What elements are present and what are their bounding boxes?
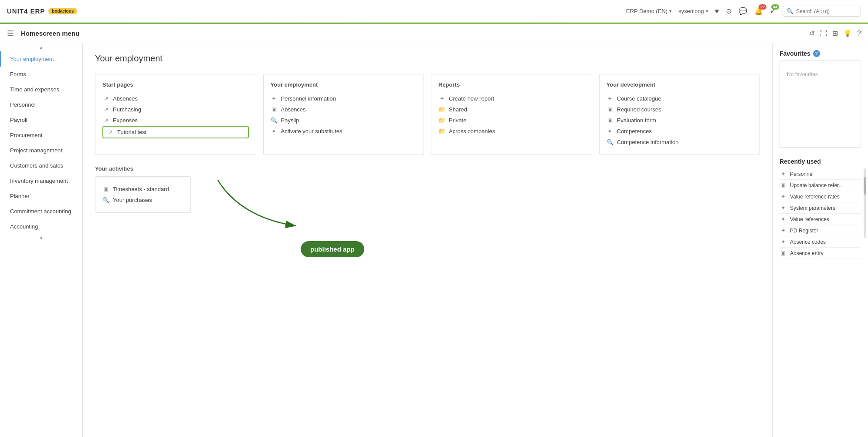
shared-item[interactable]: 📁 Shared (438, 104, 585, 115)
cog-icon-r5: ✦ (780, 216, 787, 222)
sidebar-item-time-and-expenses[interactable]: Time and expenses (0, 82, 82, 97)
right-panel: Favourites ? No favourites Recently used… (772, 43, 868, 437)
sidebar-item-project-management[interactable]: Project management (0, 143, 82, 158)
evaluation-form-label: Evaluation form (617, 117, 656, 124)
create-report-item[interactable]: ✦ Create new report (438, 93, 585, 104)
favourites-help-icon[interactable]: ? (813, 50, 820, 57)
cog-icon-3: ✦ (438, 95, 445, 102)
sidebar: ▲ Your employment Forms Time and expense… (0, 43, 83, 437)
recent-item-update-balance[interactable]: ▣ Update balance refer... (780, 180, 861, 191)
cog-icon-4: ✦ (607, 95, 614, 102)
start-pages-title: Start pages (102, 81, 249, 88)
sidebar-item-payroll[interactable]: Payroll (0, 112, 82, 128)
external-link-icon-4: ↗ (107, 129, 114, 135)
sidebar-item-inventory-management[interactable]: Inventory management (0, 173, 82, 188)
sidebar-item-forms[interactable]: Forms (0, 67, 82, 82)
notification-badge: 22 (759, 4, 766, 10)
required-courses-item[interactable]: ▣ Required courses (607, 104, 753, 115)
task-icon[interactable]: ✓44 (770, 7, 776, 15)
refresh-icon[interactable]: ↺ (809, 29, 815, 37)
hamburger-menu-icon[interactable]: ☰ (7, 29, 14, 38)
create-report-label: Create new report (449, 95, 494, 102)
environment-selector[interactable]: ERP Demo (EN) (626, 8, 671, 14)
header-bar: ☰ Homescreen menu ↺ ⛶ ⊞ 💡 ? (0, 24, 868, 43)
published-app-tooltip: published app (301, 241, 364, 257)
expenses-label: Expenses (113, 117, 138, 124)
activities-section: Your activities ▣ Timesheets - standard … (95, 165, 760, 213)
your-employment-section-title: Your employment (271, 81, 417, 88)
activate-substitutes-item[interactable]: ✦ Activate your substitutes (271, 126, 417, 137)
fullscreen-icon[interactable]: ⛶ (820, 30, 827, 37)
evaluation-form-item[interactable]: ▣ Evaluation form (607, 115, 753, 126)
doc-icon-2: ▣ (607, 106, 614, 113)
sidebar-item-accounting[interactable]: Accounting (0, 219, 82, 234)
doc-icon-r8: ▣ (780, 250, 787, 256)
scrollbar-thumb[interactable] (864, 177, 866, 195)
heart-icon[interactable]: ♥ (715, 7, 719, 15)
across-companies-item[interactable]: 📁 Across companies (438, 126, 585, 137)
sidebar-item-personnel[interactable]: Personnel (0, 97, 82, 112)
recent-update-balance-label: Update balance refer... (790, 182, 843, 188)
your-development-section: Your development ✦ Course catalogue ▣ Re… (599, 74, 760, 155)
absences-emp-label: Absences (281, 106, 306, 113)
start-pages-absences[interactable]: ↗ Absences (102, 93, 249, 104)
start-pages-section: Start pages ↗ Absences ↗ Purchasing ↗ Ex… (95, 74, 256, 155)
your-purchases-item[interactable]: 🔍 Your purchases (102, 195, 183, 205)
cog-icon-5: ✦ (607, 128, 614, 134)
start-pages-purchasing[interactable]: ↗ Purchasing (102, 104, 249, 115)
start-pages-tutorial-test[interactable]: ↗ Tutorial test (102, 126, 249, 138)
recent-personnel-label: Personnel (790, 171, 814, 177)
your-employment-section: Your employment ✦ Personnel information … (263, 74, 424, 155)
scrollbar-track[interactable] (864, 168, 866, 238)
external-link-icon-3: ↗ (102, 117, 109, 124)
cog-icon-r6: ✦ (780, 227, 787, 234)
notification-icon[interactable]: 🔔22 (754, 7, 763, 15)
timesheets-label: Timesheets - standard (113, 186, 169, 192)
chat-icon[interactable]: 💬 (739, 7, 747, 15)
bulb-icon[interactable]: 💡 (843, 29, 852, 37)
across-companies-label: Across companies (449, 128, 495, 134)
recent-item-absence-entry[interactable]: ▣ Absence entry (780, 248, 861, 259)
sidebar-item-planner[interactable]: Planner (0, 188, 82, 204)
course-catalogue-label: Course catalogue (617, 95, 661, 102)
sidebar-item-customers-and-sales[interactable]: Customers and sales (0, 158, 82, 173)
sidebar-item-commitment-accounting[interactable]: Commitment accounting (0, 204, 82, 219)
sidebar-item-procurement[interactable]: Procurement (0, 128, 82, 143)
user-menu[interactable]: sysenlong (678, 8, 708, 14)
purchasing-label: Purchasing (113, 106, 141, 113)
payslip-item[interactable]: 🔍 Payslip (271, 115, 417, 126)
search-box[interactable]: 🔍 (783, 6, 861, 17)
absences-label: Absences (113, 95, 138, 102)
recent-value-references-label: Value references (790, 216, 829, 222)
sidebar-scroll-up[interactable]: ▲ (0, 43, 82, 51)
favourites-title-text: Favourites (780, 50, 810, 57)
recent-item-value-ref-rates[interactable]: ✦ Value reference rates (780, 191, 861, 202)
history-icon[interactable]: ⊙ (726, 7, 732, 15)
search-input[interactable] (796, 8, 857, 14)
personnel-information-item[interactable]: ✦ Personnel information (271, 93, 417, 104)
recent-system-params-label: System parameters (790, 205, 835, 211)
sidebar-scroll-down[interactable]: ▼ (0, 234, 82, 242)
recent-item-personnel[interactable]: ✦ Personnel (780, 168, 861, 180)
absences-item[interactable]: ▣ Absences (271, 104, 417, 115)
competences-item[interactable]: ✦ Competences (607, 126, 753, 137)
competence-info-item[interactable]: 🔍 Competence information (607, 137, 753, 148)
sidebar-item-your-employment[interactable]: Your employment (0, 51, 82, 67)
folder-icon: 📁 (438, 106, 445, 113)
recent-item-system-params[interactable]: ✦ System parameters (780, 202, 861, 214)
top-nav-right: ERP Demo (EN) sysenlong ♥ ⊙ 💬 🔔22 ✓44 🔍 (626, 6, 861, 17)
payslip-label: Payslip (281, 117, 299, 124)
timesheets-standard-item[interactable]: ▣ Timesheets - standard (102, 184, 183, 195)
recent-pd-register-label: PD Register (790, 228, 818, 234)
start-pages-expenses[interactable]: ↗ Expenses (102, 115, 249, 126)
course-catalogue-item[interactable]: ✦ Course catalogue (607, 93, 753, 104)
recent-item-pd-register[interactable]: ✦ PD Register (780, 225, 861, 236)
help-icon[interactable]: ? (857, 30, 861, 37)
recent-item-absence-codes[interactable]: ✦ Absence codes (780, 236, 861, 248)
layout-icon[interactable]: ⊞ (832, 29, 838, 37)
doc-icon-4: ▣ (102, 186, 109, 192)
recent-absence-codes-label: Absence codes (790, 239, 826, 245)
private-item[interactable]: 📁 Private (438, 115, 585, 126)
content-area: Your employment Start pages ↗ Absences ↗… (83, 43, 772, 437)
recent-item-value-references[interactable]: ✦ Value references (780, 214, 861, 225)
